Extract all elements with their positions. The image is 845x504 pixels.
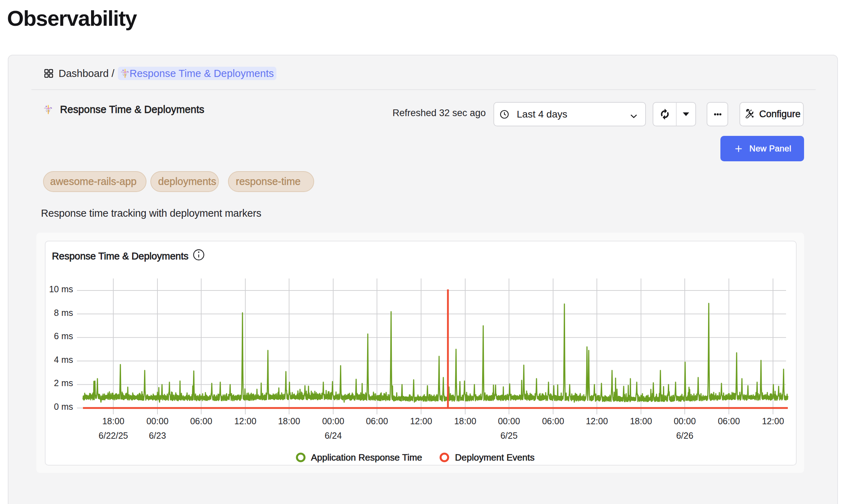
svg-text:18:00: 18:00 — [454, 416, 477, 426]
svg-text:Deployment Events: Deployment Events — [455, 452, 534, 463]
svg-text:4 ms: 4 ms — [54, 355, 73, 365]
svg-text:18:00: 18:00 — [630, 416, 652, 426]
svg-text:10 ms: 10 ms — [49, 284, 73, 294]
svg-text:12:00: 12:00 — [586, 416, 608, 426]
svg-text:2 ms: 2 ms — [54, 378, 73, 388]
svg-text:6/24: 6/24 — [325, 431, 342, 440]
svg-text:06:00: 06:00 — [542, 416, 564, 426]
svg-text:0 ms: 0 ms — [54, 402, 73, 412]
svg-text:00:00: 00:00 — [146, 416, 169, 426]
svg-text:6/23: 6/23 — [149, 431, 166, 440]
svg-text:00:00: 00:00 — [322, 416, 344, 426]
svg-text:00:00: 00:00 — [674, 416, 696, 426]
svg-text:6/25: 6/25 — [501, 431, 518, 440]
svg-text:18:00: 18:00 — [102, 416, 125, 426]
svg-text:Response Time & Deployments: Response Time & Deployments — [52, 251, 188, 262]
svg-text:Application Response Time: Application Response Time — [311, 452, 422, 463]
svg-text:8 ms: 8 ms — [54, 308, 73, 318]
svg-text:12:00: 12:00 — [234, 416, 257, 426]
svg-text:00:00: 00:00 — [498, 416, 520, 426]
svg-text:06:00: 06:00 — [190, 416, 212, 426]
svg-text:12:00: 12:00 — [410, 416, 432, 426]
svg-text:12:00: 12:00 — [762, 416, 784, 426]
svg-text:6/22/25: 6/22/25 — [98, 431, 128, 440]
svg-text:06:00: 06:00 — [366, 416, 388, 426]
svg-text:6 ms: 6 ms — [54, 331, 73, 341]
svg-text:6/26: 6/26 — [676, 431, 694, 440]
svg-text:18:00: 18:00 — [278, 416, 300, 426]
svg-text:06:00: 06:00 — [718, 416, 740, 426]
